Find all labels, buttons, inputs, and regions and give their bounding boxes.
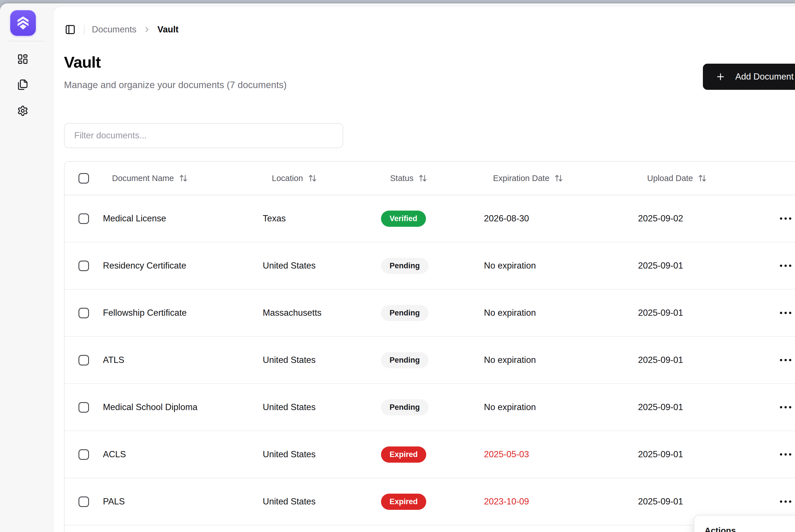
sort-icon	[698, 174, 706, 183]
document-name-cell: Residency Certificate	[103, 261, 263, 271]
row-actions-menu-button[interactable]	[776, 449, 795, 459]
location-cell: United States	[263, 402, 381, 412]
upload-date-cell: 2025-09-01	[638, 496, 768, 507]
row-actions-menu-button[interactable]	[776, 402, 795, 412]
select-all-checkbox[interactable]	[78, 173, 89, 184]
upload-date-cell: 2025-09-01	[638, 402, 768, 412]
row-actions-menu-button[interactable]	[776, 213, 795, 224]
app-logo[interactable]	[10, 10, 36, 36]
column-header-status[interactable]: Status	[381, 174, 484, 183]
row-checkbox[interactable]	[78, 261, 89, 271]
column-label: Upload Date	[647, 174, 693, 183]
ellipsis-icon	[780, 453, 782, 456]
upload-date-cell: 2025-09-02	[638, 213, 768, 224]
status-badge: Expired	[381, 446, 426, 463]
breadcrumb: Documents Vault	[92, 24, 179, 35]
document-name-cell: ACLS	[103, 449, 263, 459]
expiration-cell: No expiration	[484, 355, 638, 365]
filter-documents-input[interactable]	[64, 123, 343, 148]
plus-icon	[715, 72, 726, 82]
table-row: Fellowship Certificate Massachusetts Pen…	[64, 290, 795, 337]
document-name-cell: Medical School Diploma	[103, 402, 263, 412]
actions-popup: Actions	[694, 515, 795, 532]
row-checkbox[interactable]	[78, 449, 89, 460]
table-body: Medical License Texas Verified 2026-08-3…	[64, 195, 795, 526]
stacked-chevrons-logo-icon	[14, 14, 32, 32]
sort-icon	[554, 174, 563, 183]
status-badge: Verified	[381, 211, 426, 227]
expiration-cell: 2026-08-30	[484, 213, 638, 224]
files-icon	[17, 79, 29, 90]
page-title: Vault	[64, 53, 101, 71]
ellipsis-icon	[780, 500, 782, 503]
row-actions-menu-button[interactable]	[776, 261, 795, 271]
actions-popup-title: Actions	[705, 526, 795, 532]
row-checkbox[interactable]	[78, 402, 89, 413]
table-row: Residency Certificate United States Pend…	[64, 242, 795, 290]
row-actions-menu-button[interactable]	[776, 355, 795, 365]
breadcrumb-vault: Vault	[158, 24, 179, 35]
status-badge: Pending	[381, 305, 428, 321]
status-badge: Pending	[381, 399, 428, 416]
table-header-row: Document Name Location Status Expiration…	[64, 162, 795, 195]
column-header-upload-date[interactable]: Upload Date	[638, 174, 768, 183]
table-row: Medical License Texas Verified 2026-08-3…	[64, 195, 795, 242]
sidebar-toggle-button[interactable]	[64, 23, 76, 36]
column-header-expiration-date[interactable]: Expiration Date	[484, 174, 638, 183]
chevron-right-icon	[143, 25, 151, 34]
location-cell: United States	[263, 355, 381, 365]
add-document-button[interactable]: Add Document	[703, 64, 795, 90]
sidebar-item-documents[interactable]	[17, 78, 29, 91]
gear-icon	[17, 105, 29, 116]
ellipsis-icon	[780, 359, 782, 361]
sidebar-item-settings[interactable]	[17, 104, 29, 117]
row-checkbox[interactable]	[78, 308, 89, 318]
location-cell: United States	[263, 261, 381, 271]
column-header-document-name[interactable]: Document Name	[103, 174, 263, 183]
layout-dashboard-icon	[17, 53, 29, 65]
upload-date-cell: 2025-09-01	[638, 449, 768, 459]
document-name-cell: Fellowship Certificate	[103, 308, 263, 318]
ellipsis-icon	[780, 406, 782, 408]
topbar: Documents Vault	[64, 23, 179, 36]
table-row: Medical School Diploma United States Pen…	[64, 384, 795, 431]
expiration-cell: 2025-05-03	[484, 449, 638, 459]
row-actions-menu-button[interactable]	[776, 496, 795, 507]
status-badge: Pending	[381, 258, 428, 274]
column-label: Location	[272, 174, 303, 183]
row-checkbox[interactable]	[78, 496, 89, 507]
document-name-cell: Medical License	[103, 213, 263, 224]
ellipsis-icon	[780, 265, 782, 267]
panel-left-icon	[65, 24, 76, 35]
sidebar-divider	[8, 41, 45, 41]
ellipsis-icon	[780, 312, 782, 314]
ellipsis-icon	[780, 217, 782, 220]
expiration-cell: No expiration	[484, 308, 638, 318]
table-row: PALS United States Expired 2023-10-09 20…	[64, 478, 795, 526]
location-cell: United States	[263, 449, 381, 459]
sort-icon	[419, 174, 427, 183]
column-label: Expiration Date	[493, 174, 549, 183]
document-name-cell: PALS	[103, 496, 263, 507]
upload-date-cell: 2025-09-01	[638, 308, 768, 318]
row-checkbox[interactable]	[78, 213, 89, 224]
location-cell: Texas	[263, 213, 381, 224]
row-actions-menu-button[interactable]	[776, 308, 795, 318]
breadcrumb-documents[interactable]: Documents	[92, 24, 136, 35]
expiration-cell: No expiration	[484, 261, 638, 271]
row-checkbox[interactable]	[78, 355, 89, 365]
sort-icon	[179, 174, 188, 183]
document-name-cell: ATLS	[103, 355, 263, 365]
sidebar-item-dashboard[interactable]	[17, 53, 29, 65]
documents-table: Document Name Location Status Expiration…	[64, 161, 795, 532]
add-document-label: Add Document	[735, 72, 794, 82]
sidebar	[0, 3, 53, 532]
column-label: Document Name	[112, 174, 174, 183]
column-header-location[interactable]: Location	[263, 174, 381, 183]
upload-date-cell: 2025-09-01	[638, 261, 768, 271]
page-subtitle: Manage and organize your documents (7 do…	[64, 80, 286, 90]
column-label: Status	[390, 174, 413, 183]
location-cell: Massachusetts	[263, 308, 381, 318]
expiration-cell: No expiration	[484, 402, 638, 412]
topbar-divider	[84, 25, 85, 34]
